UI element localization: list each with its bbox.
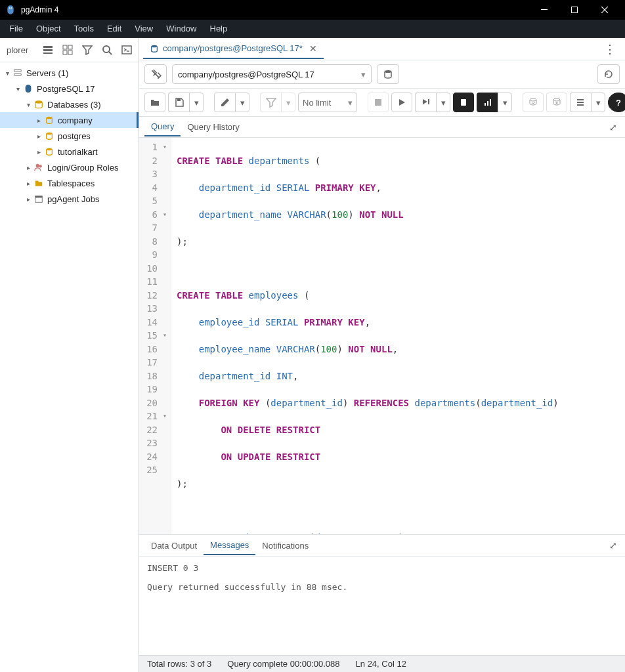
- tree: ▾ Servers (1) ▾ PostgreSQL 17 ▾ Database…: [0, 62, 139, 672]
- status-rows: Total rows: 3 of 3: [147, 659, 211, 669]
- titlebar: pgAdmin 4: [0, 0, 625, 20]
- connection-select[interactable]: company/postgres@PostgreSQL 17 ▾: [172, 64, 372, 84]
- object-explorer: plorer ▾ Servers (1) ▾ PostgreSQL 17 ▾ D…: [0, 38, 139, 672]
- help-button[interactable]: ?: [608, 93, 625, 112]
- svg-rect-28: [461, 99, 466, 106]
- svg-point-18: [47, 148, 53, 151]
- svg-rect-3: [572, 7, 578, 13]
- explorer-properties-icon[interactable]: [39, 41, 57, 59]
- svg-rect-27: [428, 99, 429, 104]
- tab-messages[interactable]: Messages: [204, 536, 255, 555]
- svg-point-23: [152, 45, 158, 47]
- tree-db-postgres[interactable]: ▸ postgres: [0, 128, 139, 144]
- explain-dropdown[interactable]: ▾: [498, 93, 512, 112]
- svg-rect-9: [63, 51, 67, 54]
- menu-tools[interactable]: Tools: [68, 21, 100, 36]
- menu-file[interactable]: File: [3, 21, 30, 36]
- explain-button[interactable]: [453, 93, 474, 112]
- tab-notifications[interactable]: Notifications: [255, 537, 315, 555]
- reset-layout-button[interactable]: [597, 64, 620, 84]
- svg-rect-10: [68, 51, 72, 54]
- explorer-search-icon[interactable]: [98, 41, 116, 59]
- svg-rect-26: [375, 99, 381, 106]
- tab-query[interactable]: Query: [144, 117, 181, 136]
- svg-rect-14: [14, 74, 22, 76]
- menu-help[interactable]: Help: [204, 21, 234, 36]
- commit-button[interactable]: [523, 93, 544, 112]
- editor-tabbar: company/postgres@PostgreSQL 17* ✕ ⋮: [139, 38, 625, 60]
- expand-editor-icon[interactable]: ⤢: [607, 122, 620, 133]
- filter-button[interactable]: [260, 93, 281, 112]
- close-button[interactable]: [590, 0, 620, 20]
- editor-panel: company/postgres@PostgreSQL 17* ✕ ⋮ comp…: [139, 38, 625, 672]
- svg-rect-30: [487, 101, 488, 106]
- explorer-terminal-icon[interactable]: [118, 41, 136, 59]
- code-area[interactable]: CREATE TABLE departments ( department_id…: [171, 138, 564, 534]
- svg-rect-5: [43, 49, 53, 51]
- menu-object[interactable]: Object: [30, 21, 68, 36]
- stop-button[interactable]: [368, 93, 389, 112]
- tree-login-roles[interactable]: ▸ Login/Group Roles: [0, 159, 139, 175]
- tab-data-output[interactable]: Data Output: [144, 537, 204, 555]
- svg-rect-2: [541, 9, 548, 10]
- tree-pgagent[interactable]: ▸ pgAgent Jobs: [0, 191, 139, 207]
- connection-status-icon[interactable]: [144, 64, 167, 84]
- save-dropdown[interactable]: ▾: [189, 93, 204, 112]
- editor-tab[interactable]: company/postgres@PostgreSQL 17* ✕: [143, 39, 324, 59]
- tab-history[interactable]: Query History: [181, 118, 246, 136]
- tree-databases[interactable]: ▾ Databases (3): [0, 96, 139, 112]
- svg-rect-4: [43, 46, 53, 48]
- svg-rect-8: [68, 45, 72, 49]
- svg-point-20: [39, 165, 41, 167]
- output-line2: Query returned successfully in 88 msec.: [147, 582, 617, 592]
- tree-servers[interactable]: ▾ Servers (1): [0, 65, 139, 81]
- connection-row: company/postgres@PostgreSQL 17 ▾: [139, 60, 625, 89]
- line-gutter: 1▾ 2 3 4 5 6▾ 7 8 9 10 11 12 13 14 15▾ 1…: [139, 138, 171, 534]
- tree-db-tk[interactable]: ▸ tutorialkart: [0, 144, 139, 159]
- macros-dropdown[interactable]: ▾: [591, 93, 605, 112]
- open-file-button[interactable]: [144, 93, 165, 112]
- connection-db-button[interactable]: [377, 64, 399, 84]
- svg-point-17: [47, 133, 53, 135]
- query-toolbar: ▾ ▾ ▾ No limit▾ ▾ ▾: [139, 89, 625, 117]
- explorer-filter-icon[interactable]: [78, 41, 97, 59]
- menu-window[interactable]: Window: [160, 21, 203, 36]
- maximize-button[interactable]: [559, 0, 590, 20]
- tab-close-icon[interactable]: ✕: [309, 43, 317, 54]
- svg-rect-31: [490, 99, 491, 106]
- macros-button[interactable]: [570, 93, 591, 112]
- tree-pg17[interactable]: ▾ PostgreSQL 17: [0, 81, 139, 96]
- svg-rect-13: [14, 70, 22, 72]
- explorer-title: plorer: [3, 43, 37, 58]
- sql-editor[interactable]: 1▾ 2 3 4 5 6▾ 7 8 9 10 11 12 13 14 15▾ 1…: [139, 138, 625, 534]
- explorer-grid-icon[interactable]: [58, 41, 77, 59]
- svg-rect-29: [485, 103, 486, 106]
- status-bar: Total rows: 3 of 3 Query complete 00:00:…: [139, 655, 625, 672]
- minimize-button[interactable]: [529, 0, 559, 20]
- tree-db-company[interactable]: ▸ company: [0, 112, 139, 128]
- execute-dropdown[interactable]: ▾: [436, 93, 450, 112]
- tab-menu-icon[interactable]: ⋮: [599, 42, 621, 56]
- messages-output: INSERT 0 3 Query returned successfully i…: [139, 556, 625, 655]
- query-tabs: Query Query History ⤢: [139, 117, 625, 138]
- execute-button[interactable]: [391, 93, 412, 112]
- svg-rect-22: [35, 196, 43, 198]
- menubar: File Object Tools Edit View Window Help: [0, 20, 625, 38]
- menu-edit[interactable]: Edit: [100, 21, 128, 36]
- explain-analyze-button[interactable]: [477, 93, 498, 112]
- status-cursor: Ln 24, Col 12: [356, 659, 406, 669]
- svg-rect-6: [43, 52, 53, 54]
- execute-cursor-button[interactable]: [415, 93, 436, 112]
- status-timing: Query complete 00:00:00.088: [227, 659, 339, 669]
- edit-dropdown[interactable]: ▾: [235, 93, 249, 112]
- limit-select[interactable]: No limit▾: [298, 93, 357, 112]
- edit-button[interactable]: [214, 93, 235, 112]
- rollback-button[interactable]: [546, 93, 567, 112]
- connection-label: company/postgres@PostgreSQL 17: [178, 70, 314, 79]
- tree-tablespaces[interactable]: ▸ Tablespaces: [0, 175, 139, 191]
- save-button[interactable]: [168, 93, 189, 112]
- filter-dropdown[interactable]: ▾: [281, 93, 295, 112]
- svg-point-15: [35, 100, 43, 103]
- menu-view[interactable]: View: [128, 21, 160, 36]
- expand-output-icon[interactable]: ⤢: [607, 540, 620, 551]
